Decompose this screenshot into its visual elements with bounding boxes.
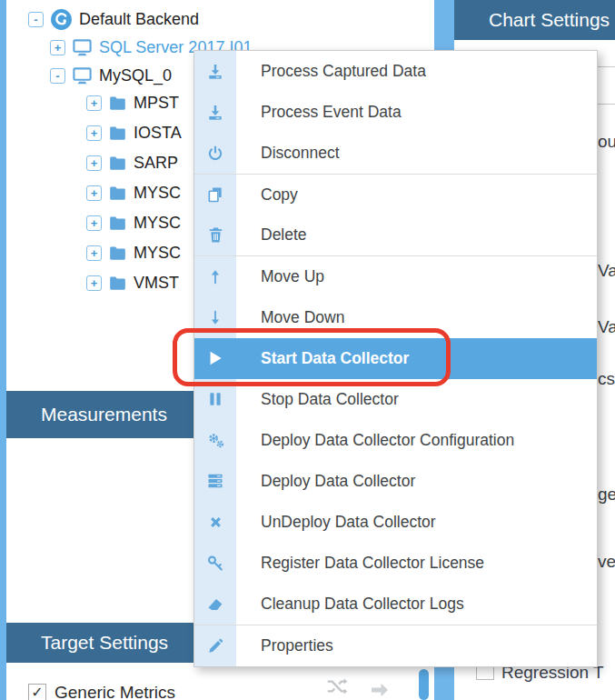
menu-item-label: Move Down [261, 308, 344, 327]
key-icon [194, 555, 236, 573]
play-icon [194, 349, 236, 367]
right-panel-text-fragment: ge [598, 485, 615, 505]
folder-icon [108, 154, 127, 173]
expand-toggle[interactable]: + [86, 125, 102, 141]
tree-item-label: SARP [134, 154, 178, 173]
right-panel-text-fragment: cs [598, 369, 615, 389]
power-icon [194, 145, 236, 163]
tree-item-label: MYSC [134, 214, 181, 233]
expand-toggle[interactable]: + [86, 185, 102, 201]
generic-metrics-checkbox[interactable]: ✓ [28, 684, 46, 700]
scrollbar-thumb[interactable] [419, 669, 429, 700]
menu-item-label: Disconnect [261, 144, 340, 163]
copy-icon [194, 185, 236, 204]
expand-toggle[interactable]: + [86, 95, 102, 111]
measurements-title: Measurements [41, 404, 167, 425]
menu-item-stop-data-collector[interactable]: Stop Data Collector [194, 379, 597, 420]
collapse-toggle[interactable]: - [50, 68, 65, 84]
menu-item-process-event-data[interactable]: Process Event Data [194, 92, 597, 133]
tree-item-default-backend[interactable]: - Default Backend [6, 5, 436, 34]
monitor-icon [72, 37, 93, 58]
menu-item-label: Properties [261, 636, 333, 655]
tree-item-label: Default Backend [79, 10, 199, 29]
menu-item-process-captured-data[interactable]: Process Captured Data [194, 51, 597, 92]
expand-toggle[interactable]: + [86, 215, 102, 231]
shuffle-icon[interactable] [325, 675, 349, 700]
menu-item-deploy-data-collector[interactable]: Deploy Data Collector [194, 461, 597, 502]
gears-icon [194, 431, 236, 450]
tree-item-label: IOSTA [134, 124, 182, 143]
menu-item-label: Deploy Data Collector Configuration [261, 431, 514, 450]
expand-toggle[interactable]: + [50, 40, 65, 55]
menu-item-label: Delete [261, 225, 307, 245]
menu-item-start-data-collector[interactable]: Start Data Collector [194, 338, 597, 379]
menu-item-label: Stop Data Collector [261, 390, 399, 409]
backend-globe-icon [50, 8, 73, 31]
arrow-down-icon [194, 309, 236, 325]
menu-item-label: Process Captured Data [261, 62, 426, 81]
folder-icon [108, 184, 127, 203]
undeploy-x-icon [194, 515, 236, 530]
menu-item-label: Deploy Data Collector [261, 472, 415, 491]
monitor-icon [72, 65, 93, 86]
pause-icon [194, 391, 236, 407]
menu-item-properties[interactable]: Properties [194, 625, 597, 665]
tree-item-label: MYSC [134, 244, 181, 263]
folder-icon [108, 244, 127, 263]
trash-icon [194, 226, 236, 244]
checkmark-icon: ✓ [31, 685, 43, 700]
menu-item-label: Copy [261, 185, 298, 205]
menu-item-label: Process Event Data [261, 103, 402, 122]
right-panel-divider [597, 66, 615, 67]
menu-item-label: UnDeploy Data Collector [261, 513, 436, 532]
arrow-up-icon [194, 269, 236, 285]
collapse-toggle[interactable]: - [28, 12, 44, 27]
tree-item-label: MYSC [134, 184, 181, 203]
process-captured-data-icon [194, 63, 236, 81]
menu-item-register-data-collector-license[interactable]: Register Data Collector License [194, 543, 597, 584]
menu-item-undeploy-data-collector[interactable]: UnDeploy Data Collector [194, 502, 597, 543]
left-edge-strip [0, 0, 6, 700]
right-panel-divider [597, 104, 615, 105]
tree-item-label: MySQL_0 [99, 66, 172, 85]
menu-item-delete[interactable]: Delete [194, 215, 597, 255]
chart-settings-title: Chart Settings [489, 9, 610, 30]
process-event-data-icon [194, 104, 236, 122]
app-window: - Default Backend + SQL Server 2017 I01 … [0, 0, 615, 700]
menu-item-copy[interactable]: Copy [194, 174, 597, 215]
menu-item-disconnect[interactable]: Disconnect [194, 133, 597, 174]
menu-item-label: Move Up [261, 267, 324, 286]
pencil-icon [194, 637, 236, 655]
generic-metrics-label: Generic Metrics [55, 683, 175, 700]
menu-item-move-down[interactable]: Move Down [194, 297, 597, 338]
menu-item-label: Cleanup Data Collector Logs [261, 595, 464, 614]
folder-icon [108, 274, 127, 293]
right-panel-text-fragment: ou [598, 132, 615, 152]
chart-settings-panel-header: Chart Settings [454, 0, 615, 40]
eraser-icon [194, 595, 236, 614]
right-panel-text-fragment: Va [598, 317, 615, 337]
right-panel-text-fragment: ve [598, 552, 615, 572]
menu-item-label: Start Data Collector [261, 349, 409, 368]
tree-item-label: VMST [134, 274, 179, 293]
expand-toggle[interactable]: + [86, 155, 102, 171]
menu-item-move-up[interactable]: Move Up [194, 255, 597, 296]
server-icon [194, 472, 236, 490]
arrow-right-icon[interactable] [369, 679, 391, 700]
menu-item-label: Register Data Collector License [261, 554, 484, 573]
expand-toggle[interactable]: + [86, 245, 102, 261]
right-panel-text-fragment: Va [598, 261, 615, 281]
folder-icon [108, 214, 127, 233]
menu-item-cleanup-data-collector-logs[interactable]: Cleanup Data Collector Logs [194, 584, 597, 625]
tree-item-label: MPST [134, 94, 179, 113]
context-menu: Process Captured Data Process Event Data… [193, 50, 598, 667]
folder-icon [108, 124, 127, 143]
menu-item-deploy-data-collector-configuration[interactable]: Deploy Data Collector Configuration [194, 420, 597, 461]
expand-toggle[interactable]: + [86, 275, 102, 291]
target-settings-title: Target Settings [41, 632, 168, 653]
folder-icon [108, 94, 127, 113]
